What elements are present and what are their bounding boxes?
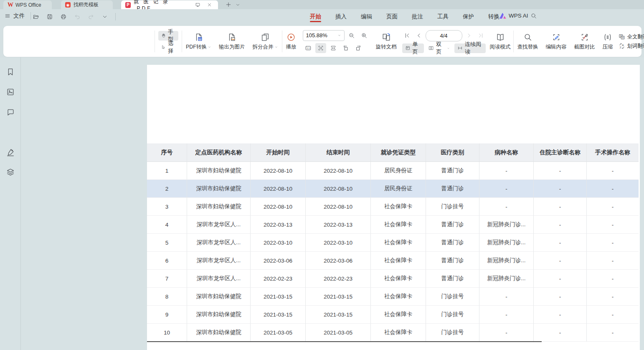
file-menu[interactable]: 文件	[4, 12, 31, 20]
word-translate-icon	[619, 43, 625, 49]
first-page-button[interactable]	[402, 31, 412, 41]
table-cell: 2022-08-10	[251, 180, 306, 198]
play-label: 播放	[286, 43, 297, 51]
column-header: 住院主诊断名称	[534, 143, 587, 162]
table-cell: 深圳市龙华区人...	[187, 216, 251, 234]
word-translate-label: 划词翻译	[627, 43, 644, 50]
zoom-out-button[interactable]	[346, 31, 357, 41]
table-cell: -	[479, 324, 534, 342]
chevron-down-icon[interactable]	[100, 12, 110, 21]
find-replace-button[interactable]: 查找替换	[514, 33, 542, 51]
rotate-left-button[interactable]	[340, 43, 351, 53]
print-icon[interactable]	[58, 12, 68, 21]
table-header-row: 序号定点医药机构名称开始时间结束时间就诊凭证类型医疗类别病种名称住院主诊断名称手…	[147, 143, 639, 162]
menu-home[interactable]: 开始	[309, 10, 322, 24]
table-cell: -	[587, 162, 639, 180]
bookmark-icon[interactable]	[4, 66, 17, 78]
comment-icon[interactable]	[4, 106, 17, 118]
column-header: 序号	[147, 143, 187, 162]
tab-document[interactable]: P 就 医 记 录 .PDF	[121, 0, 218, 9]
play-button[interactable]: 播放	[282, 33, 300, 51]
table-row: 5深圳市龙华区人...2022-03-102022-03-10社会保障卡普通门诊…	[147, 234, 639, 252]
hand-tool-button[interactable]: 手型	[158, 31, 178, 41]
zoom-in-button[interactable]	[359, 31, 370, 41]
table-cell: 社会保障卡	[371, 324, 426, 342]
column-header: 病种名称	[479, 143, 534, 162]
double-page-icon	[428, 45, 434, 51]
table-cell: 2022-02-23	[306, 270, 371, 288]
snapshot-compare-button[interactable]: 截图对比	[570, 33, 599, 51]
folder-open-icon[interactable]	[31, 12, 41, 21]
thumbnails-icon[interactable]	[4, 86, 17, 98]
table-cell: 3	[147, 198, 187, 216]
table-cell: -	[534, 324, 587, 342]
menu-edit[interactable]: 编辑	[360, 10, 373, 24]
fit-page-button[interactable]	[315, 43, 326, 53]
undo-icon[interactable]	[72, 12, 82, 21]
continuous-read-button[interactable]: 连续阅读	[454, 43, 486, 53]
pdf-page[interactable]: 序号定点医药机构名称开始时间结束时间就诊凭证类型医疗类别病种名称住院主诊断名称手…	[147, 65, 640, 350]
table-cell: 新冠肺炎门诊...	[479, 216, 534, 234]
column-header: 手术操作名称	[587, 143, 639, 162]
menu-protect[interactable]: 保护	[462, 10, 475, 24]
attachment-icon[interactable]	[4, 126, 17, 138]
read-mode-button[interactable]: 阅读模式	[487, 33, 513, 51]
monitor-icon[interactable]	[193, 2, 202, 8]
column-header: 开始时间	[251, 143, 306, 162]
new-tab-plus-icon[interactable]	[224, 0, 233, 9]
zoom-level-select[interactable]: 105.88%	[303, 30, 345, 41]
next-page-button[interactable]	[464, 31, 474, 41]
wps-logo-icon: W	[8, 2, 13, 8]
export-image-label: 输出为图片	[219, 43, 245, 51]
menu-wps-ai[interactable]: WPS AI	[499, 13, 528, 19]
tab-list-chevron-icon[interactable]	[233, 0, 242, 9]
split-merge-icon	[261, 33, 270, 42]
rotate-right-button[interactable]	[353, 43, 364, 53]
snapshot-compare-icon	[580, 33, 589, 42]
read-mode-label: 阅读模式	[490, 43, 511, 51]
save-icon[interactable]	[45, 12, 55, 21]
select-tool-button[interactable]: 选择	[158, 43, 178, 52]
tab-wps-office[interactable]: W WPS Office	[3, 0, 52, 9]
signature-icon[interactable]	[4, 146, 17, 158]
page-number-input[interactable]: 4/4	[426, 30, 462, 41]
split-merge-label: 拆分合并	[253, 43, 274, 51]
table-cell: 2022-08-10	[251, 162, 306, 180]
single-page-button[interactable]: 单页	[402, 43, 424, 53]
full-translate-button[interactable]: 全文翻译	[619, 33, 644, 41]
table-row: 8深圳市妇幼保健院2021-03-152021-03-15社会保障卡门诊挂号--…	[147, 288, 639, 306]
split-merge-button[interactable]: 拆分合并	[249, 33, 282, 51]
table-cell: -	[534, 234, 587, 252]
export-image-button[interactable]: 输出为图片	[215, 33, 249, 51]
fit-width-button[interactable]	[328, 43, 339, 53]
last-page-button[interactable]	[476, 31, 486, 41]
table-bottom-scrollbar[interactable]	[147, 341, 542, 342]
edit-content-button[interactable]: 编辑内容	[542, 33, 570, 51]
tab-docer[interactable]: ◉ 找稻壳模板	[61, 0, 113, 9]
menu-items: 开始插入编辑页面批注工具保护转换	[309, 9, 500, 24]
table-cell: 2	[147, 180, 187, 198]
table-cell: 社会保障卡	[371, 270, 426, 288]
pdf-convert-button[interactable]: PDF转换	[182, 33, 215, 51]
double-page-button[interactable]: 双页	[426, 43, 453, 53]
table-cell: -	[587, 216, 639, 234]
rotate-document-label: 旋转文档	[376, 43, 397, 51]
wps-ai-label: WPS AI	[509, 13, 528, 19]
menu-page[interactable]: 页面	[385, 10, 398, 24]
close-icon[interactable]	[205, 2, 214, 8]
menu-insert[interactable]: 插入	[335, 10, 347, 24]
menu-search-icon[interactable]	[530, 13, 537, 21]
redo-icon[interactable]	[86, 12, 96, 21]
menu-comment[interactable]: 批注	[411, 10, 424, 24]
table-cell: 2022-03-10	[306, 234, 371, 252]
rotate-document-button[interactable]: 旋转文档	[372, 33, 401, 51]
prev-page-button[interactable]	[414, 31, 424, 41]
full-translate-label: 全文翻译	[627, 33, 644, 41]
actual-size-button[interactable]	[303, 43, 314, 53]
menu-tools[interactable]: 工具	[436, 10, 449, 24]
compress-button[interactable]: 压缩	[599, 33, 617, 51]
table-cell: 2022-08-10	[306, 162, 371, 180]
word-translate-button[interactable]: 划词翻译	[619, 43, 644, 50]
layers-icon[interactable]	[4, 166, 17, 179]
menu-convert[interactable]: 转换	[487, 10, 500, 24]
